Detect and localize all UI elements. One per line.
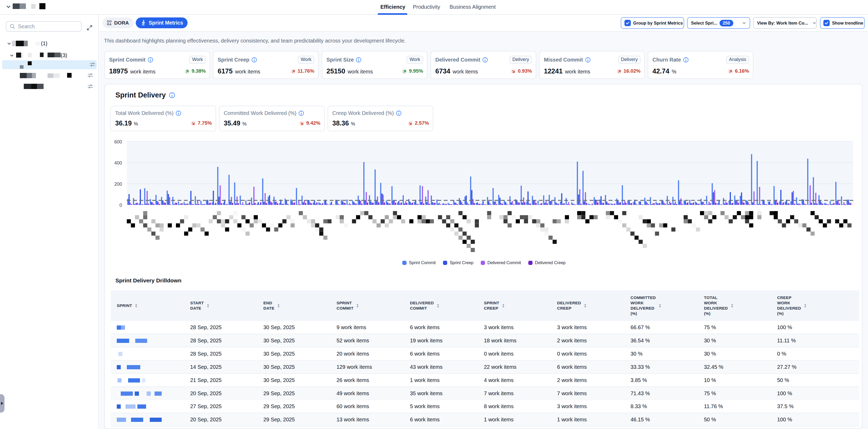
svg-text:600: 600 bbox=[114, 139, 122, 145]
svg-text:200: 200 bbox=[114, 182, 122, 187]
svg-text:0: 0 bbox=[119, 203, 122, 208]
svg-text:400: 400 bbox=[114, 160, 122, 165]
